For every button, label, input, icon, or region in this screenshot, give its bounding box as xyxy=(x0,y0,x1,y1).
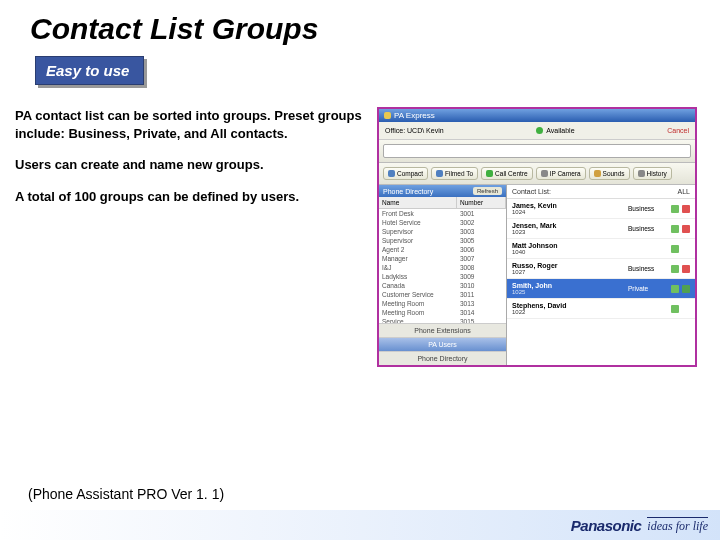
input-toolbar xyxy=(379,140,695,163)
directory-columns: Name Number xyxy=(379,197,506,209)
history-button[interactable]: History xyxy=(633,167,672,180)
table-row[interactable]: I&J3008 xyxy=(379,263,506,272)
ip-camera-button[interactable]: IP Camera xyxy=(536,167,586,180)
contact-row[interactable]: Smith, John1025Private xyxy=(507,279,695,299)
refresh-button[interactable]: Refresh xyxy=(473,187,502,195)
contact-row[interactable]: Russo, Roger1027Business xyxy=(507,259,695,279)
presence-icon xyxy=(671,225,679,233)
status-text[interactable]: Available xyxy=(546,127,574,134)
paragraph: A total of 100 groups can be defined by … xyxy=(15,188,365,206)
col-name[interactable]: Name xyxy=(379,197,457,208)
clock-icon xyxy=(638,170,645,177)
contact-row[interactable]: James, Kevin1024Business xyxy=(507,199,695,219)
phone-directory-title: Phone Directory xyxy=(383,188,433,195)
subtitle-badge: Easy to use xyxy=(35,56,144,85)
list-icon xyxy=(436,170,443,177)
office-label: Office: UCD\ Kevin xyxy=(385,127,444,134)
filmed-to-button[interactable]: Filmed To xyxy=(431,167,478,180)
brand-logo: Panasonic xyxy=(571,517,642,534)
presence-icon xyxy=(671,265,679,273)
table-row[interactable]: Meeting Room3014 xyxy=(379,308,506,317)
description-column: PA contact list can be sorted into group… xyxy=(15,107,365,367)
search-input[interactable] xyxy=(383,144,691,158)
table-row[interactable]: Supervisor3005 xyxy=(379,236,506,245)
group-color-icon xyxy=(682,225,690,233)
main-toolbar: Compact Filmed To Call Centre IP Camera … xyxy=(379,163,695,185)
tab-phone-directory[interactable]: Phone Directory xyxy=(379,351,506,365)
paragraph: Users can create and name new groups. xyxy=(15,156,365,174)
table-row[interactable]: Customer Service3011 xyxy=(379,290,506,299)
table-row[interactable]: Manager3007 xyxy=(379,254,506,263)
contact-list[interactable]: James, Kevin1024BusinessJensen, Mark1023… xyxy=(507,199,695,365)
col-number[interactable]: Number xyxy=(457,197,506,208)
phone-directory-header: Phone Directory Refresh xyxy=(379,185,506,197)
phone-directory-pane: Phone Directory Refresh Name Number Fron… xyxy=(379,185,507,365)
brand-tagline: ideas for life xyxy=(647,517,708,534)
paragraph: PA contact list can be sorted into group… xyxy=(15,107,365,142)
presence-dot-icon xyxy=(536,127,543,134)
cancel-link[interactable]: Cancel xyxy=(667,127,689,134)
table-row[interactable]: Front Desk3001 xyxy=(379,209,506,218)
window-title-text: PA Express xyxy=(394,111,435,120)
tab-pa-users[interactable]: PA Users xyxy=(379,337,506,351)
group-color-icon xyxy=(682,265,690,273)
call-centre-button[interactable]: Call Centre xyxy=(481,167,533,180)
contact-row[interactable]: Jensen, Mark1023Business xyxy=(507,219,695,239)
compact-button[interactable]: Compact xyxy=(383,167,428,180)
presence-icon xyxy=(671,205,679,213)
group-color-icon xyxy=(682,285,690,293)
compact-icon xyxy=(388,170,395,177)
presence-icon xyxy=(671,285,679,293)
window-titlebar: PA Express xyxy=(379,109,695,122)
contact-list-header: Contact List: ALL xyxy=(507,185,695,199)
contact-row[interactable]: Stephens, David1022 xyxy=(507,299,695,319)
content-row: PA contact list can be sorted into group… xyxy=(0,85,720,367)
phone-icon xyxy=(486,170,493,177)
page-title: Contact List Groups xyxy=(0,0,720,56)
sound-icon xyxy=(594,170,601,177)
table-row[interactable]: Agent 23006 xyxy=(379,245,506,254)
table-row[interactable]: Canada3010 xyxy=(379,281,506,290)
main-panels: Phone Directory Refresh Name Number Fron… xyxy=(379,185,695,365)
camera-icon xyxy=(541,170,548,177)
group-color-icon xyxy=(682,205,690,213)
contact-list-label: Contact List: xyxy=(512,188,551,195)
table-row[interactable]: Hotel Service3002 xyxy=(379,218,506,227)
contact-list-pane: Contact List: ALL James, Kevin1024Busine… xyxy=(507,185,695,365)
footer: Panasonic ideas for life xyxy=(0,510,720,540)
tab-phone-extensions[interactable]: Phone Extensions xyxy=(379,323,506,337)
contact-filter-dropdown[interactable]: ALL xyxy=(678,188,690,195)
directory-list[interactable]: Front Desk3001Hotel Service3002Superviso… xyxy=(379,209,506,323)
app-icon xyxy=(384,112,391,119)
pa-express-window: PA Express Office: UCD\ Kevin Available … xyxy=(377,107,697,367)
presence-icon xyxy=(671,305,679,313)
screenshot-column: PA Express Office: UCD\ Kevin Available … xyxy=(377,107,697,367)
version-note: (Phone Assistant PRO Ver 1. 1) xyxy=(28,486,224,502)
contact-row[interactable]: Matt Johnson1040 xyxy=(507,239,695,259)
table-row[interactable]: Ladykiss3009 xyxy=(379,272,506,281)
presence-icon xyxy=(671,245,679,253)
status-bar: Office: UCD\ Kevin Available Cancel xyxy=(379,122,695,140)
sounds-button[interactable]: Sounds xyxy=(589,167,630,180)
table-row[interactable]: Meeting Room3013 xyxy=(379,299,506,308)
table-row[interactable]: Supervisor3003 xyxy=(379,227,506,236)
